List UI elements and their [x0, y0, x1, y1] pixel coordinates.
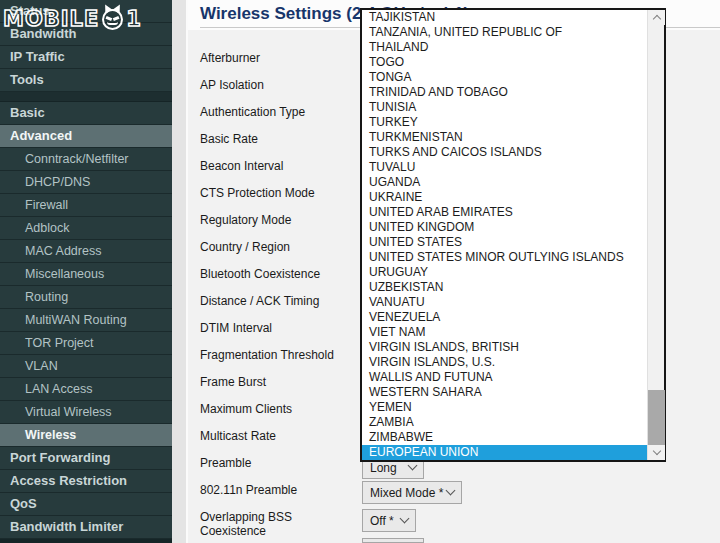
country-option-viet-nam[interactable]: VIET NAM	[362, 325, 647, 340]
form-label-basic-rate: Basic Rate	[200, 132, 350, 146]
sidebar-item	[0, 92, 172, 102]
country-option-wallis-and-futuna[interactable]: WALLIS AND FUTUNA	[362, 370, 647, 385]
country-option-united-states[interactable]: UNITED STATES	[362, 235, 647, 250]
sidebar-item-label: Basic	[10, 105, 45, 120]
country-option-virgin-islands-british[interactable]: VIRGIN ISLANDS, BRITISH	[362, 340, 647, 355]
country-option-turkey[interactable]: TURKEY	[362, 115, 647, 130]
sidebar-item-basic[interactable]: Basic	[0, 102, 172, 125]
sidebar-item-status[interactable]: Status	[0, 0, 172, 23]
sidebar-item-label: Wireless	[25, 428, 76, 442]
sidebar-item-access-restriction[interactable]: Access Restriction	[0, 470, 172, 493]
country-option-tuvalu[interactable]: TUVALU	[362, 160, 647, 175]
sidebar-item-lan-access[interactable]: LAN Access	[0, 378, 172, 401]
form-label-regulatory-mode: Regulatory Mode	[200, 213, 350, 227]
scrollbar-thumb[interactable]	[648, 390, 665, 445]
sidebar-item-label: VLAN	[25, 359, 58, 373]
sidebar-item-vlan[interactable]: VLAN	[0, 355, 172, 378]
next-select-partial[interactable]	[362, 538, 424, 543]
country-option-european-union[interactable]: EUROPEAN UNION	[362, 445, 647, 460]
form-label-overlapping-bss-coexistence: Overlapping BSS Coexistence	[200, 510, 350, 538]
form-label-ap-isolation: AP Isolation	[200, 78, 350, 92]
country-option-united-states-minor-outlying-islands[interactable]: UNITED STATES MINOR OUTLYING ISLANDS	[362, 250, 647, 265]
sidebar-item-dhcp-dns[interactable]: DHCP/DNS	[0, 171, 172, 194]
form-label-beacon-interval: Beacon Interval	[200, 159, 350, 173]
sidebar-item-label: TOR Project	[25, 336, 94, 350]
country-option-zambia[interactable]: ZAMBIA	[362, 415, 647, 430]
country-option-virgin-islands-u-s[interactable]: VIRGIN ISLANDS, U.S.	[362, 355, 647, 370]
country-option-venezuela[interactable]: VENEZUELA	[362, 310, 647, 325]
country-option-tajikistan[interactable]: TAJIKISTAN	[362, 10, 647, 25]
country-option-uganda[interactable]: UGANDA	[362, 175, 647, 190]
sidebar-item-adblock[interactable]: Adblock	[0, 217, 172, 240]
country-region-dropdown: TAJIKISTAN TANZANIA, UNITED REPUBLIC OF …	[360, 8, 666, 462]
sidebar-item-label: Miscellaneous	[25, 267, 104, 281]
sidebar-item-firewall[interactable]: Firewall	[0, 194, 172, 217]
sidebar-item-tor-project[interactable]: TOR Project	[0, 332, 172, 355]
form-label-maximum-clients: Maximum Clients	[200, 402, 350, 416]
country-option-list: TAJIKISTAN TANZANIA, UNITED REPUBLIC OF …	[362, 10, 647, 460]
sidebar-item-qos[interactable]: QoS	[0, 493, 172, 516]
country-option-tunisia[interactable]: TUNISIA	[362, 100, 647, 115]
sidebar-item-wireless[interactable]: Wireless	[0, 424, 172, 447]
scroll-down-button[interactable]	[648, 445, 665, 460]
sidebar-item-label: Status	[10, 3, 50, 18]
obss-coexistence-select[interactable]: Off *	[362, 509, 416, 532]
sidebar-item-routing[interactable]: Routing	[0, 286, 172, 309]
form-label-fragmentation-threshold: Fragmentation Threshold	[200, 348, 350, 362]
country-option-turkmenistan[interactable]: TURKMENISTAN	[362, 130, 647, 145]
form-label-dtim-interval: DTIM Interval	[200, 321, 350, 335]
country-option-yemen[interactable]: YEMEN	[362, 400, 647, 415]
sidebar-item-label: Bandwidth Limiter	[10, 519, 123, 534]
form-label-802-11n-preamble: 802.11n Preamble	[200, 483, 350, 497]
sidebar-item-label: Tools	[10, 72, 44, 87]
sidebar-item-conntrack-netfilter[interactable]: Conntrack/Netfilter	[0, 148, 172, 171]
sidebar-item-multiwan-routing[interactable]: MultiWAN Routing	[0, 309, 172, 332]
sidebar-item-label: Bandwidth	[10, 26, 76, 41]
sidebar-item-miscellaneous[interactable]: Miscellaneous	[0, 263, 172, 286]
country-option-turks-and-caicos-islands[interactable]: TURKS AND CAICOS ISLANDS	[362, 145, 647, 160]
sidebar-item-label: Advanced	[10, 128, 72, 143]
sidebar-item-bandwidth[interactable]: Bandwidth	[0, 23, 172, 46]
sidebar-item-port-forwarding[interactable]: Port Forwarding	[0, 447, 172, 470]
form-label-distance-ack-timing: Distance / ACK Timing	[200, 294, 350, 308]
form-label-preamble: Preamble	[200, 456, 350, 470]
chevron-down-icon	[652, 447, 660, 455]
sidebar-item-mac-address[interactable]: MAC Address	[0, 240, 172, 263]
sidebar-item-ip-traffic[interactable]: IP Traffic	[0, 46, 172, 69]
chevron-down-icon	[446, 486, 456, 496]
sidebar-item-bandwidth-limiter[interactable]: Bandwidth Limiter	[0, 516, 172, 539]
country-option-united-arab-emirates[interactable]: UNITED ARAB EMIRATES	[362, 205, 647, 220]
country-option-uruguay[interactable]: URUGUAY	[362, 265, 647, 280]
dropdown-scrollbar[interactable]	[647, 10, 664, 460]
sidebar-item-label: Firewall	[25, 198, 68, 212]
sidebar-item-advanced[interactable]: Advanced	[0, 125, 172, 148]
sidebar: Status Bandwidth IP Traffic Tools Basic …	[0, 0, 172, 543]
form-label-authentication-type: Authentication Type	[200, 105, 350, 119]
country-option-zimbabwe[interactable]: ZIMBABWE	[362, 430, 647, 445]
sidebar-item-label: Virtual Wireless	[25, 405, 112, 419]
country-option-thailand[interactable]: THAILAND	[362, 40, 647, 55]
sidebar-item-tools[interactable]: Tools	[0, 69, 172, 92]
country-option-tanzania-united-republic-of[interactable]: TANZANIA, UNITED REPUBLIC OF	[362, 25, 647, 40]
country-option-united-kingdom[interactable]: UNITED KINGDOM	[362, 220, 647, 235]
country-option-uzbekistan[interactable]: UZBEKISTAN	[362, 280, 647, 295]
sidebar-item-label: Port Forwarding	[10, 450, 110, 465]
country-option-togo[interactable]: TOGO	[362, 55, 647, 70]
form-label-country-region: Country / Region	[200, 240, 350, 254]
country-option-western-sahara[interactable]: WESTERN SAHARA	[362, 385, 647, 400]
form-label-frame-burst: Frame Burst	[200, 375, 350, 389]
country-option-tonga[interactable]: TONGA	[362, 70, 647, 85]
sidebar-item-virtual-wireless[interactable]: Virtual Wireless	[0, 401, 172, 424]
sidebar-item-label: DHCP/DNS	[25, 175, 90, 189]
form-label-multicast-rate: Multicast Rate	[200, 429, 350, 443]
scroll-up-button[interactable]	[648, 10, 665, 25]
sidebar-item-label: MAC Address	[25, 244, 101, 258]
country-option-trinidad-and-tobago[interactable]: TRINIDAD AND TOBAGO	[362, 85, 647, 100]
country-option-vanuatu[interactable]: VANUATU	[362, 295, 647, 310]
sidebar-item-label: MultiWAN Routing	[25, 313, 127, 327]
sidebar-item-label: LAN Access	[25, 382, 92, 396]
sidebar-item-label: Adblock	[25, 221, 69, 235]
country-option-ukraine[interactable]: UKRAINE	[362, 190, 647, 205]
form-label-afterburner: Afterburner	[200, 51, 350, 65]
80211n-preamble-select[interactable]: Mixed Mode *	[362, 481, 462, 504]
